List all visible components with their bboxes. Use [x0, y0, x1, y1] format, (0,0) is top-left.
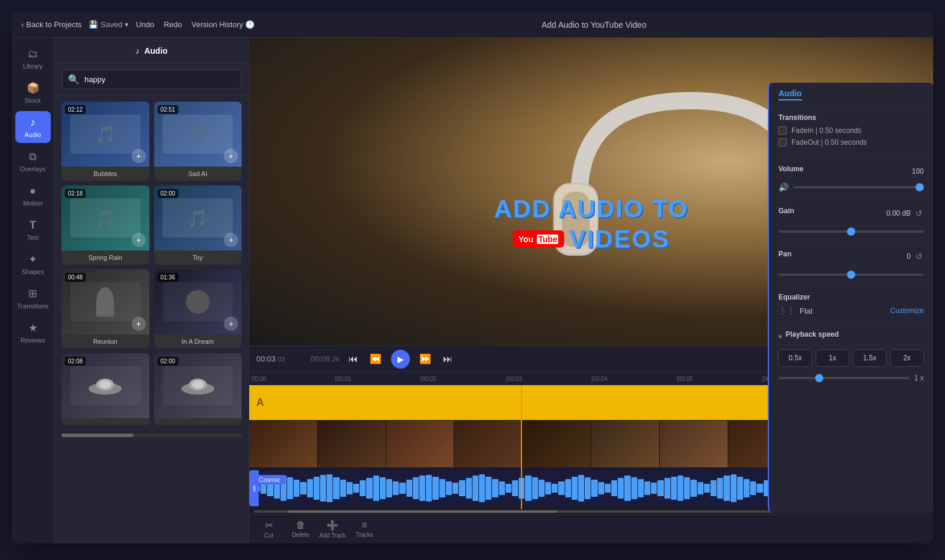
- list-item[interactable]: 02:00: [154, 353, 242, 425]
- add-audio-button[interactable]: +: [224, 149, 238, 163]
- audio-panel: ♪ Audio 🔍 🎵 02:12 +: [54, 38, 249, 543]
- fade-out-checkbox[interactable]: [778, 138, 787, 146]
- pan-slider[interactable]: [778, 274, 924, 276]
- gain-slider[interactable]: [778, 230, 924, 233]
- waveform-bar: [432, 477, 438, 500]
- list-item[interactable]: 02:08: [61, 353, 149, 425]
- volume-slider[interactable]: [793, 186, 924, 188]
- transitions-icon: ⊞: [28, 287, 37, 300]
- speed-0.5x-button[interactable]: 0.5x: [778, 349, 812, 367]
- redo-button[interactable]: Redo: [164, 20, 182, 29]
- add-audio-button[interactable]: +: [224, 233, 238, 247]
- video-thumb-cell: [660, 421, 728, 467]
- waveform-bar: [399, 483, 405, 494]
- playback-speed-title-row: ▾ Playback speed: [778, 330, 924, 343]
- sidebar-item-audio[interactable]: ♪ Audio: [15, 111, 51, 143]
- volume-section-title: Volume: [778, 165, 803, 173]
- undo-button[interactable]: Undo: [136, 20, 154, 29]
- waveform-bar: [731, 474, 737, 503]
- waveform-bar: [373, 476, 379, 500]
- pan-section: Pan 0 ↺: [769, 243, 933, 286]
- audio-card-label: In A Dream: [154, 334, 242, 349]
- skip-to-start-button[interactable]: ⏮: [346, 351, 360, 367]
- add-audio-button[interactable]: +: [132, 233, 146, 247]
- panel-scrollbar[interactable]: [61, 434, 133, 437]
- add-audio-button[interactable]: +: [132, 149, 146, 163]
- audio-thumb-reunion: 00:48 +: [61, 269, 149, 334]
- dropdown-icon[interactable]: ▾: [125, 20, 129, 29]
- transitions-section-title: Transitions: [778, 113, 924, 122]
- sidebar-item-text[interactable]: T Text: [15, 214, 51, 246]
- list-item[interactable]: 🎵 02:00 + Toy: [154, 185, 242, 265]
- duration-badge: 02:18: [65, 189, 86, 198]
- playback-speed-slider[interactable]: [778, 377, 910, 379]
- equalizer-section: Equalizer ⋮⋮ Flat Customize: [769, 286, 933, 323]
- audio-card-label: Toy: [154, 250, 242, 265]
- waveform-bar: [406, 480, 412, 497]
- audio-card-label: Reunion: [61, 334, 149, 349]
- duration-badge: 01:36: [158, 273, 178, 282]
- overlay-title-videos: VIDEOS: [569, 225, 670, 253]
- sidebar-item-stock[interactable]: 📦 Stock: [15, 77, 51, 109]
- search-input[interactable]: [84, 75, 235, 84]
- cut-button[interactable]: ✂ Cut: [254, 516, 284, 542]
- add-audio-button[interactable]: +: [224, 317, 238, 331]
- sidebar-item-shapes[interactable]: ✦ Shapes: [15, 248, 51, 280]
- list-item[interactable]: 🎵 02:18 + Spring Rain: [61, 185, 149, 265]
- waveform-bar: [466, 478, 472, 498]
- waveform-bar: [512, 480, 518, 496]
- equalizer-icon: ⋮⋮: [778, 306, 795, 315]
- pan-value: 0: [907, 252, 911, 261]
- list-item[interactable]: 00:48 + Reunion: [61, 269, 149, 349]
- fast-forward-button[interactable]: ⏩: [417, 351, 434, 367]
- sidebar-item-overlays[interactable]: ⧉ Overlays: [15, 145, 51, 177]
- speed-1.5x-button[interactable]: 1.5x: [853, 349, 887, 367]
- reviews-icon: ★: [28, 321, 38, 334]
- customize-button[interactable]: Customize: [890, 307, 924, 315]
- speed-slider-row: 1 x: [778, 374, 924, 382]
- version-history-icon: 🕐: [245, 20, 255, 29]
- delete-icon: 🗑: [296, 520, 305, 530]
- waveform-bar: [711, 480, 716, 496]
- list-item[interactable]: 01:36 + In A Dream: [154, 269, 242, 349]
- sidebar-item-reviews[interactable]: ★ Reviews: [15, 317, 51, 349]
- overlays-icon: ⧉: [29, 151, 37, 163]
- sidebar-label-motion: Motion: [23, 200, 43, 207]
- duration-badge: 02:00: [158, 357, 178, 366]
- delete-button[interactable]: 🗑 Delete: [286, 516, 315, 542]
- video-thumb-cell: [454, 421, 523, 467]
- back-label: Back to Projects: [26, 20, 82, 29]
- right-panel-tab[interactable]: Audio: [778, 89, 802, 100]
- waveform-bar: [644, 481, 650, 496]
- list-item[interactable]: 🎵 02:51 + Sad AI: [154, 102, 242, 181]
- list-item[interactable]: 🎵 02:12 + Bubbles: [61, 102, 149, 181]
- pan-reset-button[interactable]: ↺: [914, 250, 924, 262]
- waveform-bar: [492, 479, 498, 498]
- version-history-button[interactable]: Version History 🕐: [191, 20, 255, 29]
- add-audio-button[interactable]: +: [132, 317, 146, 331]
- pan-section-title: Pan: [778, 250, 791, 258]
- sidebar-item-transitions[interactable]: ⊞ Transitions: [15, 282, 51, 314]
- waveform-bar: [300, 482, 306, 494]
- timeline-scrollbar-thumb[interactable]: [288, 510, 558, 513]
- back-button[interactable]: ‹ Back to Projects: [21, 20, 82, 29]
- sidebar-item-library[interactable]: 🗂 Library: [15, 43, 51, 74]
- ruler-mark: |00:02: [421, 376, 437, 382]
- speed-1x-button[interactable]: 1x: [816, 349, 849, 367]
- tracks-button[interactable]: ≡ Tracks: [350, 516, 379, 542]
- audio-icon: ♪: [30, 116, 35, 129]
- waveform-bar: [671, 477, 677, 500]
- add-track-button[interactable]: ➕ Add Track: [318, 516, 347, 542]
- speed-2x-button[interactable]: 2x: [890, 349, 924, 367]
- sidebar-item-motion[interactable]: ● Motion: [15, 180, 51, 211]
- duration-badge: 00:48: [65, 273, 86, 282]
- waveform-bar: [651, 483, 657, 494]
- waveform-bar: [446, 481, 452, 496]
- equalizer-section-title: Equalizer: [778, 293, 924, 301]
- gain-reset-button[interactable]: ↺: [914, 207, 924, 219]
- fade-in-checkbox[interactable]: [778, 126, 787, 135]
- skip-to-end-button[interactable]: ⏭: [441, 351, 455, 367]
- rewind-button[interactable]: ⏪: [367, 351, 384, 367]
- waveform-bar: [704, 484, 710, 493]
- play-button[interactable]: ▶: [391, 350, 410, 369]
